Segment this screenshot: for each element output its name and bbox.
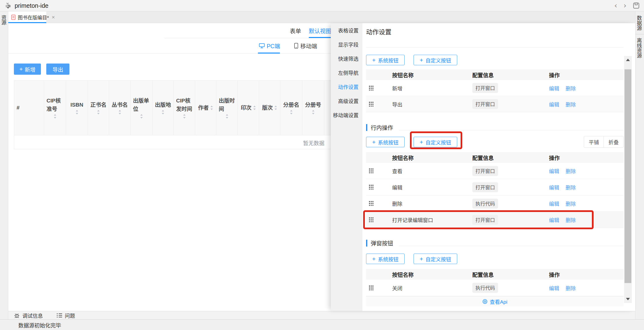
delete-link[interactable]: 删除 [566,100,576,108]
button-name: 编辑 [392,184,472,191]
section-title: 弹窗按钮 [371,240,393,247]
drag-handle-icon[interactable] [366,201,392,206]
panel-title-divider [366,47,624,47]
edit-link[interactable]: 编辑 [549,200,559,207]
custom-button-add[interactable]: + 自定义按钮 [414,55,457,65]
tab-close-icon[interactable]: ✕ [52,15,55,20]
column-header-author[interactable]: 作者 [195,80,216,135]
drag-handle-icon[interactable] [366,185,392,190]
rail-item-offline-resources[interactable]: 离线资源 [636,38,644,58]
rail-item-datasource[interactable]: 数据源 [636,15,644,31]
tab-mobile[interactable]: 移动端 [294,42,317,50]
sort-icon [118,109,121,115]
sort-icon [140,114,143,119]
history-back-icon[interactable]: ‹ [614,2,617,9]
column-header-volume-name[interactable]: 分册名 [280,80,302,135]
edit-link[interactable]: 编辑 [549,84,559,92]
delete-link[interactable]: 删除 [566,200,576,207]
view-api-link[interactable]: 查看Api [366,296,624,307]
plus-icon: + [420,139,423,145]
save-icon[interactable] [633,2,640,9]
edit-link[interactable]: 编辑 [549,216,559,223]
add-button[interactable]: + 新增 [14,63,41,75]
edit-link[interactable]: 编辑 [549,167,559,174]
column-header-cip-approval-no[interactable]: CIP核准号 [44,80,66,135]
nav-item-quick-filter[interactable]: 快速筛选 [331,51,362,65]
delete-link[interactable]: 删除 [566,184,576,191]
panel-scrollbar[interactable] [624,56,632,303]
drag-handle-icon[interactable] [366,168,392,173]
column-header-edition-no[interactable]: 版次 [259,80,280,135]
column-header-title[interactable]: 正书名 [88,80,109,135]
header-actions: 操作 [549,270,624,278]
delete-link[interactable]: 删除 [566,84,576,92]
system-button-add[interactable]: + 系统按钮 [366,55,404,65]
section-accent-bar [366,240,367,247]
tab-pc[interactable]: PC端 [259,42,280,50]
nav-item-action-settings[interactable]: 动作设置 [331,80,362,94]
column-header-volume-no[interactable]: 分册号 [302,80,324,135]
button-name: 关闭 [392,284,472,292]
plus-icon: + [372,57,376,63]
sort-icon [210,105,213,110]
view-api-label: 查看Api [490,298,507,305]
column-header-cip-issue-time[interactable]: CIP核发时间 [174,80,195,135]
custom-button-add[interactable]: + 自定义按钮 [414,137,457,147]
right-rail: 数据源 离线资源 [635,11,644,319]
column-header-publish-place[interactable]: 出版地 [152,80,174,135]
column-header-series-name[interactable]: 丛书名 [109,80,130,135]
nav-item-left-nav[interactable]: 左侧导航 [331,65,362,80]
drag-handle-icon[interactable] [366,86,392,90]
tab-book-cip[interactable]: 图书在版编目* ✕ [8,11,46,23]
button-name: 导出 [392,100,472,108]
tab-default-view[interactable]: 默认视图 [309,26,331,35]
edit-link[interactable]: 编辑 [549,284,559,292]
column-header-isbn[interactable]: ISBN [66,80,88,135]
column-header-publish-time[interactable]: 出版时间 [216,80,238,135]
custom-button-add[interactable]: + 自定义按钮 [414,254,457,264]
header-button-name: 按钮名称 [392,71,472,79]
drag-handle-icon[interactable] [366,102,392,107]
history-forward-icon[interactable]: › [624,2,626,9]
system-button-add[interactable]: + 系统按钮 [366,254,404,264]
table-row: 删除 执行代码 编辑删除 [366,195,624,212]
section-accent-bar [366,124,367,131]
rail-item-resources[interactable]: 资源 [0,15,8,25]
sort-icon [76,109,78,115]
list-icon [56,313,62,318]
delete-link[interactable]: 删除 [566,216,576,223]
nav-item-mobile-settings[interactable]: 移动端设置 [331,108,362,122]
app-logo-icon [4,2,12,9]
nav-item-display-fields[interactable]: 显示字段 [331,37,362,51]
nav-item-advanced-settings[interactable]: 高级设置 [331,94,362,108]
config-tag: 打开窗口 [472,99,498,109]
status-message: 数据源初始化完毕 [18,321,61,329]
system-button-add[interactable]: + 系统按钮 [366,137,404,147]
tab-form[interactable]: 表单 [290,26,301,35]
scrollbar-down-icon[interactable] [624,296,632,303]
column-header-publisher[interactable]: 出版单位 [130,80,152,135]
scrollbar-thumb[interactable] [624,69,631,283]
drag-handle-icon[interactable] [366,217,392,222]
debug-info-item[interactable]: 调试信息 [14,312,43,319]
popup-buttons-section-header: 弹窗按钮 [366,240,624,247]
nav-item-table-settings[interactable]: 表格设置 [331,23,362,37]
delete-link[interactable]: 删除 [566,167,576,174]
problems-item[interactable]: 问题 [56,312,75,319]
collapse-toggle-button[interactable]: 折叠 [604,136,624,148]
scrollbar-up-icon[interactable] [624,56,632,63]
app-title: primeton-ide [14,2,48,9]
drag-handle-icon[interactable] [366,286,392,290]
problems-label: 问题 [65,312,75,319]
sort-icon [312,109,315,115]
tile-toggle-button[interactable]: 平铺 [584,136,604,148]
edit-link[interactable]: 编辑 [549,184,559,191]
export-button[interactable]: 导出 [46,63,70,75]
column-header-print-no[interactable]: 印次 [238,80,259,135]
ide-window: primeton-ide ‹ › 资源 数据源 离线资源 [0,0,644,330]
sort-icon [274,105,277,110]
header-config-info: 配置信息 [472,71,549,79]
editor-tab-strip: 图书在版编目* ✕ [8,11,635,23]
delete-link[interactable]: 删除 [566,284,576,292]
edit-link[interactable]: 编辑 [549,100,559,108]
